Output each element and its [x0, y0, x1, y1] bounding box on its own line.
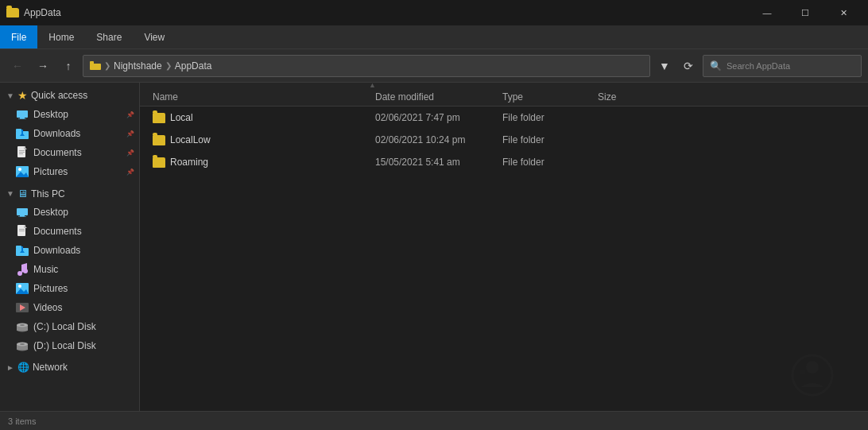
col-type-label: Type	[502, 91, 523, 103]
col-name-label: Name	[153, 91, 178, 103]
sidebar-item-pictures-pc[interactable]: Pictures	[0, 279, 139, 298]
sidebar-desktop-label: Desktop	[33, 109, 68, 120]
sidebar-c-drive-label: (C:) Local Disk	[33, 321, 96, 332]
quick-access-star-icon: ★	[17, 89, 28, 102]
col-size-label: Size	[598, 91, 616, 103]
c-drive-icon	[16, 320, 29, 333]
col-header-type[interactable]: Type	[496, 87, 591, 106]
tab-file[interactable]: File	[0, 25, 37, 48]
sidebar-music-label: Music	[33, 264, 58, 275]
address-controls: ▼ ⟳	[653, 55, 699, 77]
refresh-button[interactable]: ⟳	[677, 55, 699, 77]
window-title: AppData	[24, 7, 61, 18]
col-header-size[interactable]: Size	[591, 87, 671, 106]
col-header-date[interactable]: Date modified	[369, 87, 496, 106]
svg-rect-27	[21, 246, 23, 250]
downloads-icon	[16, 127, 29, 140]
sidebar-videos-label: Videos	[33, 302, 62, 313]
table-row[interactable]: LocalLow 02/06/2021 10:24 pm File folder	[140, 129, 868, 151]
col-header-name[interactable]: Name	[146, 87, 369, 106]
search-box[interactable]: 🔍 Search AppData	[703, 55, 862, 77]
content-area: ▲ Name Date modified Type Size Local 02/…	[140, 83, 868, 411]
folder-icon	[153, 157, 165, 168]
file-name: LocalLow	[170, 134, 211, 145]
file-type: File folder	[502, 134, 544, 145]
file-type-cell: File folder	[496, 157, 591, 168]
svg-rect-1	[90, 61, 94, 64]
forward-button[interactable]: →	[32, 55, 54, 77]
table-row[interactable]: Roaming 15/05/2021 5:41 am File folder	[140, 151, 868, 173]
sidebar-item-d-drive[interactable]: (D:) Local Disk	[0, 336, 139, 355]
sidebar-item-downloads-quick[interactable]: Downloads	[0, 124, 139, 143]
sidebar-item-documents-quick[interactable]: Documents	[0, 143, 139, 162]
sidebar-desktop-pc-label: Desktop	[33, 207, 68, 218]
sidebar-quick-access[interactable]: ▼ ★ Quick access	[0, 86, 139, 105]
tab-home-label: Home	[48, 32, 74, 43]
tab-view[interactable]: View	[133, 25, 176, 48]
svg-point-31	[18, 285, 21, 288]
column-headers: Name Date modified Type Size	[140, 87, 868, 107]
back-button[interactable]: ←	[6, 55, 29, 77]
search-icon: 🔍	[710, 60, 722, 72]
close-button[interactable]: ✕	[825, 0, 862, 25]
sidebar-item-music[interactable]: Music	[0, 260, 139, 279]
svg-rect-4	[18, 119, 26, 120]
sidebar-documents-label: Documents	[33, 147, 82, 158]
sidebar-downloads-label: Downloads	[33, 128, 80, 139]
title-folder-icon	[6, 6, 19, 19]
tab-share[interactable]: Share	[85, 25, 133, 48]
main-layout: ▼ ★ Quick access Desktop	[0, 83, 868, 411]
path-chevron-2: ❯	[165, 61, 172, 70]
sidebar-item-documents-pc[interactable]: Documents	[0, 222, 139, 241]
folder-path-icon	[90, 61, 101, 70]
sidebar-this-pc[interactable]: ▼ 🖥 This PC	[0, 184, 139, 203]
sidebar-downloads-pc-label: Downloads	[33, 245, 80, 256]
file-date: 02/06/2021 7:47 pm	[375, 112, 460, 123]
quick-access-label: Quick access	[31, 90, 87, 101]
svg-point-42	[20, 343, 25, 345]
tab-home[interactable]: Home	[37, 25, 85, 48]
file-name-cell: Roaming	[146, 157, 369, 168]
path-chevron-1: ❯	[104, 61, 110, 70]
videos-icon	[16, 301, 29, 314]
dropdown-button[interactable]: ▼	[653, 55, 676, 77]
pictures-icon-quick	[16, 165, 29, 178]
svg-rect-25	[16, 246, 21, 249]
address-bar: ← → ↑ ❯ Nightshade ❯ AppData ▼ ⟳ 🔍 Searc…	[0, 49, 868, 83]
sidebar-item-videos[interactable]: Videos	[0, 298, 139, 317]
file-name: Local	[170, 112, 193, 123]
d-drive-icon	[16, 339, 29, 352]
svg-rect-11	[19, 150, 25, 151]
address-path[interactable]: ❯ Nightshade ❯ AppData	[83, 55, 650, 77]
sidebar-item-desktop-quick[interactable]: Desktop	[0, 105, 139, 124]
svg-point-15	[18, 168, 21, 171]
file-type-cell: File folder	[496, 112, 591, 123]
sidebar-network[interactable]: ► 🌐 Network	[0, 358, 139, 376]
file-list: Local 02/06/2021 7:47 pm File folder Loc…	[140, 107, 868, 173]
file-date-cell: 02/06/2021 10:24 pm	[369, 134, 496, 145]
svg-point-38	[20, 324, 25, 326]
path-appdata[interactable]: AppData	[175, 60, 212, 72]
table-row[interactable]: Local 02/06/2021 7:47 pm File folder	[140, 107, 868, 129]
maximize-button[interactable]: ☐	[787, 0, 823, 25]
sidebar-item-desktop-pc[interactable]: Desktop	[0, 203, 139, 222]
sidebar-item-downloads-pc[interactable]: Downloads	[0, 241, 139, 260]
sidebar-item-c-drive[interactable]: (C:) Local Disk	[0, 317, 139, 336]
file-type: File folder	[502, 157, 544, 168]
documents-icon-quick	[16, 146, 29, 159]
folder-icon	[153, 113, 165, 123]
network-icon: 🌐	[17, 362, 29, 373]
svg-rect-8	[21, 130, 23, 134]
minimize-button[interactable]: —	[749, 0, 785, 25]
file-name: Roaming	[170, 157, 208, 168]
file-date: 02/06/2021 10:24 pm	[375, 134, 465, 145]
svg-rect-22	[19, 229, 25, 230]
sidebar-item-pictures-quick[interactable]: Pictures	[0, 162, 139, 181]
desktop-pc-icon	[16, 206, 29, 219]
ribbon: File Home Share View	[0, 25, 868, 49]
path-nightshade[interactable]: Nightshade	[114, 60, 162, 72]
up-button[interactable]: ↑	[57, 55, 79, 77]
pictures-pc-icon	[16, 282, 29, 295]
sidebar-documents-pc-label: Documents	[33, 226, 82, 237]
svg-rect-19	[18, 217, 26, 218]
